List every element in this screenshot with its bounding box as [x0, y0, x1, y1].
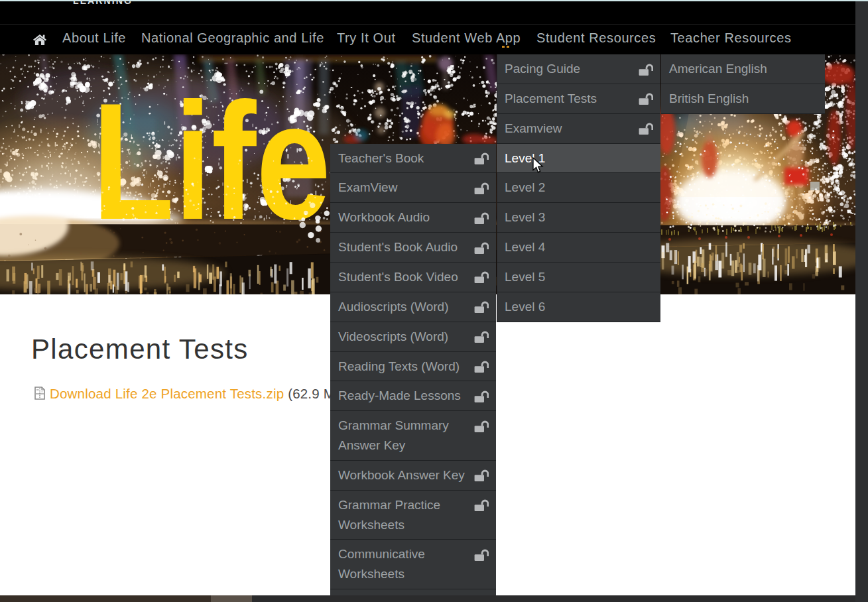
svg-text:Life: Life — [92, 68, 331, 254]
